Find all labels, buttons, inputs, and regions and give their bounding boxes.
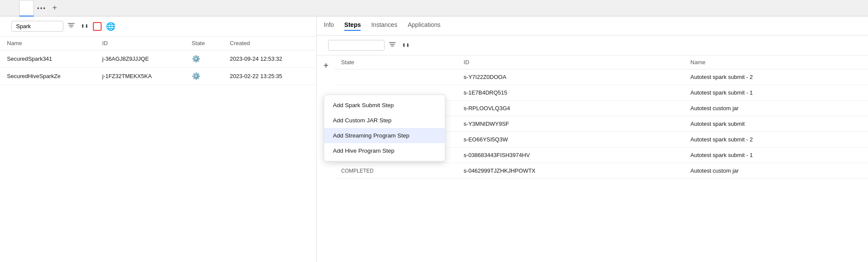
dropdown-item-add-custom-jar[interactable]: Add Custom JAR Step bbox=[324, 113, 445, 128]
table-row[interactable]: SecuredSpark341 j-36AGJ8Z9JJJQE ⚙️ 2023-… bbox=[0, 50, 316, 68]
right-filter-icon[interactable] bbox=[389, 41, 396, 49]
right-filter-input[interactable] bbox=[328, 40, 385, 51]
right-toolbar: ⬆⬇ bbox=[317, 36, 868, 56]
left-toolbar: ⬆⬇ 🌐 bbox=[0, 16, 316, 36]
step-name: Autotest spark submit - 1 bbox=[684, 147, 868, 163]
col-state: State bbox=[185, 36, 223, 50]
right-panel: Info Steps Instances Applications ⬆⬇ bbox=[317, 16, 868, 262]
steps-col-id: ID bbox=[457, 56, 683, 69]
dot-2 bbox=[40, 7, 42, 9]
left-limit-arrows: ⬆⬇ bbox=[81, 23, 89, 29]
step-id: s-0462999TJZHKJHPOWTX bbox=[457, 163, 683, 179]
tab-info[interactable]: Info bbox=[324, 21, 334, 31]
tab-instances[interactable]: Instances bbox=[371, 21, 397, 31]
table-row[interactable]: SecuredHiveSparkZe j-1FZ32TMEKX5KA ⚙️ 20… bbox=[0, 68, 316, 85]
step-id: s-Y3MNIDWY9SF bbox=[457, 116, 683, 132]
col-name: Name bbox=[0, 36, 95, 50]
left-filter-input[interactable] bbox=[11, 21, 63, 32]
clusters-table: Name ID State Created SecuredSpark341 j-… bbox=[0, 36, 316, 85]
step-name: Autotest custom jar bbox=[684, 163, 868, 179]
cell-name: SecuredHiveSparkZe bbox=[0, 68, 95, 85]
steps-col-name: Name bbox=[684, 56, 868, 69]
globe-button[interactable]: 🌐 bbox=[106, 22, 115, 31]
dot-3 bbox=[43, 7, 45, 9]
step-id: s-1E7B4DRQ515 bbox=[457, 85, 683, 101]
step-name: Autotest spark submit - 2 bbox=[684, 132, 868, 147]
step-name: Autotest custom jar bbox=[684, 101, 868, 116]
cluster-icon: ⚙️ bbox=[192, 55, 201, 62]
left-table-container: Name ID State Created SecuredSpark341 j-… bbox=[0, 36, 316, 262]
state-completed-badge: COMPLETED bbox=[341, 168, 374, 174]
add-step-button[interactable]: + bbox=[321, 61, 331, 70]
cell-id: j-36AGJ8Z9JJJQE bbox=[95, 50, 184, 68]
step-id: s-Y7I22Z0DOOA bbox=[457, 69, 683, 85]
stop-button[interactable] bbox=[93, 22, 102, 31]
dot-1 bbox=[37, 7, 39, 9]
right-limit-select[interactable]: ⬆⬇ bbox=[400, 43, 410, 48]
step-name: Autotest spark submit - 2 bbox=[684, 69, 868, 85]
right-limit-arrows: ⬆⬇ bbox=[402, 43, 410, 48]
cell-created: 2023-02-22 13:25:35 bbox=[223, 68, 316, 85]
step-state: COMPLETED bbox=[334, 163, 457, 179]
dropdown-item-add-hive-program[interactable]: Add Hive Program Step bbox=[324, 143, 445, 158]
tab-aws-emr-2[interactable] bbox=[19, 0, 34, 16]
left-limit-select[interactable]: ⬆⬇ bbox=[79, 23, 89, 29]
main-content: ⬆⬇ 🌐 Name ID State Created bbox=[0, 16, 868, 262]
list-item[interactable]: COMPLETED s-0462999TJZHKJHPOWTX Autotest… bbox=[334, 163, 868, 179]
dropdown-item-add-streaming-program[interactable]: Add Streaming Program Step bbox=[324, 128, 445, 143]
step-id: s-038683443FISH3974HV bbox=[457, 147, 683, 163]
cell-state: ⚙️ bbox=[185, 68, 223, 85]
cell-created: 2023-09-24 12:53:32 bbox=[223, 50, 316, 68]
cell-id: j-1FZ32TMEKX5KA bbox=[95, 68, 184, 85]
steps-col-state: State bbox=[334, 56, 457, 69]
steps-table-container: + State ID Name s-Y7I22Z0DOOA Autotest s… bbox=[317, 56, 868, 262]
tab-applications[interactable]: Applications bbox=[408, 21, 441, 31]
left-panel: ⬆⬇ 🌐 Name ID State Created bbox=[0, 16, 317, 262]
cluster-icon: ⚙️ bbox=[192, 72, 201, 80]
step-id: s-RPLOOVLQ3G4 bbox=[457, 101, 683, 116]
tab-menu-button[interactable] bbox=[36, 6, 47, 11]
step-name: Autotest spark submit bbox=[684, 116, 868, 132]
col-id: ID bbox=[95, 36, 184, 50]
tab-steps[interactable]: Steps bbox=[344, 21, 361, 31]
step-state bbox=[334, 69, 457, 85]
add-step-dropdown: Add Spark Submit StepAdd Custom JAR Step… bbox=[324, 95, 445, 161]
left-filter-icon[interactable] bbox=[68, 22, 75, 30]
cell-name: SecuredSpark341 bbox=[0, 50, 95, 68]
right-tab-bar: Info Steps Instances Applications bbox=[317, 16, 868, 36]
list-item[interactable]: s-Y7I22Z0DOOA Autotest spark submit - 2 bbox=[334, 69, 868, 85]
step-id: s-EO66YSI5Q3W bbox=[457, 132, 683, 147]
step-name: Autotest spark submit - 1 bbox=[684, 85, 868, 101]
col-created: Created bbox=[223, 36, 316, 50]
tab-add-button[interactable]: + bbox=[49, 2, 61, 14]
cell-state: ⚙️ bbox=[185, 50, 223, 68]
tab-bar: + bbox=[0, 0, 868, 16]
dropdown-item-add-spark-submit[interactable]: Add Spark Submit Step bbox=[324, 98, 445, 113]
app-container: + ⬆⬇ 🌐 bbox=[0, 0, 868, 262]
tab-aws-emr-1[interactable] bbox=[3, 0, 17, 16]
